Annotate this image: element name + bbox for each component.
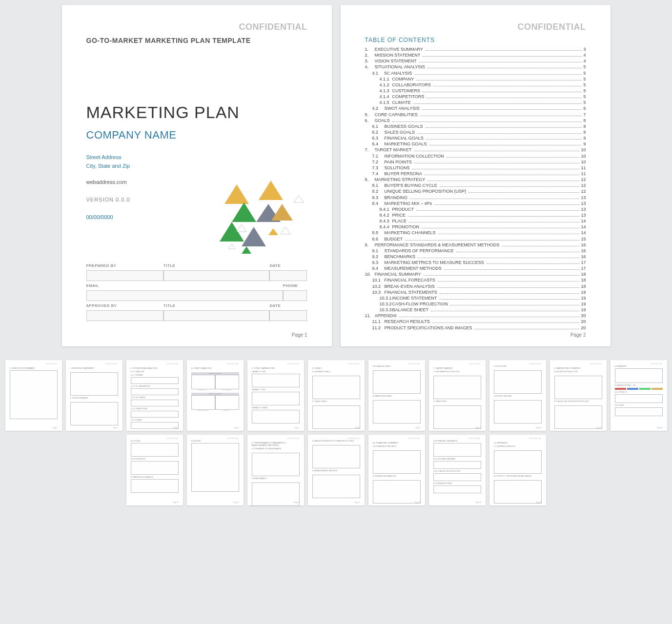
toc-page: 5 <box>583 82 586 88</box>
page-number: Page 2 <box>570 332 586 338</box>
thumbnail-page[interactable]: CONFIDENTIAL5. CORE CAPABILITIESCAPABILI… <box>247 360 304 431</box>
input-prepared-by[interactable] <box>86 270 164 281</box>
toc-entry: 4.1.1COMPANY5 <box>365 76 586 82</box>
toc-text: BUSINESS GOALS <box>385 123 423 129</box>
input-email[interactable] <box>86 290 283 301</box>
thumbnail-page[interactable]: CONFIDENTIAL4. SITUATIONAL ANALYSIS4.1 5… <box>126 360 183 431</box>
thumb-box <box>312 445 360 468</box>
toc-text: STANDARDS OF PERFORMANCE <box>385 248 454 254</box>
page-number: Page 9 <box>416 427 421 429</box>
input-title[interactable] <box>163 270 269 281</box>
toc-text: PLACE <box>392 218 407 224</box>
watermark-confidential: CONFIDENTIAL <box>226 363 239 365</box>
input-date-2[interactable] <box>269 310 307 321</box>
thumbnail-page[interactable]: CONFIDENTIAL8.6 BUDGETPage 15 <box>187 435 244 505</box>
input-phone[interactable] <box>283 290 307 301</box>
page-number: Page 8 <box>355 427 360 429</box>
thumb-subtitle: 8.4.4 PROMOTION <box>131 458 179 460</box>
toc-leader <box>427 98 582 98</box>
toc-leader <box>392 121 582 122</box>
thumbnail-page[interactable]: CONFIDENTIAL7.3 SOLUTIONS7.4 BUYER PERSO… <box>489 360 546 431</box>
label-prepared-by: PREPARED BY <box>86 262 164 269</box>
thumb-box <box>191 443 239 492</box>
toc-entry: 4.15C ANALYSIS5 <box>365 70 586 76</box>
thumbnail-page[interactable]: CONFIDENTIAL7. TARGET MARKET7.1 INFORMAT… <box>429 360 486 431</box>
toc-page: 13 <box>581 201 586 206</box>
toc-page: 17 <box>581 265 586 271</box>
toc-page: 4 <box>583 58 586 64</box>
thumbnail-page[interactable]: CONFIDENTIAL6. GOALS6.1 BUSINESS GOALS6.… <box>308 360 365 431</box>
thumbnail-page[interactable]: CONFIDENTIAL8.4.3 PLACE8.4.4 PROMOTION8.… <box>126 435 183 505</box>
watermark-confidential: CONFIDENTIAL <box>347 363 360 365</box>
toc-number: 2. <box>365 52 375 58</box>
input-date[interactable] <box>269 270 307 281</box>
thumb-box <box>252 374 300 387</box>
toc-entry: 10.3FINANCIAL STATEMENTS19 <box>365 289 586 295</box>
toc-page: 14 <box>581 218 586 224</box>
thumb-subtitle: 8.1 BUYER'S BUYING CYCLE <box>554 371 602 373</box>
toc-text: BUDGET <box>385 236 403 242</box>
toc-leader <box>450 305 579 305</box>
street-address: Street Address <box>86 153 307 162</box>
toc-number: 7.1 <box>365 153 385 159</box>
thumb-box <box>494 400 542 423</box>
toc-text: COMPETITORS <box>392 94 425 100</box>
thumb-box <box>373 480 421 503</box>
thumbnail-page[interactable]: CONFIDENTIAL1. EXECUTIVE SUMMARYPage 3 <box>5 360 62 431</box>
toc-text: BENCHMARKS <box>385 254 416 260</box>
thumbnail-page[interactable]: CONFIDENTIAL8. MARKETING STRATEGY8.1 BUY… <box>550 360 607 431</box>
input-approved-by[interactable] <box>86 310 164 321</box>
page-number: Page 5 <box>174 427 179 429</box>
thumbnail-page[interactable]: CONFIDENTIAL10. FINANCIAL SUMMARY10.1 FI… <box>368 435 425 505</box>
toc-text: SALES GOALS <box>385 129 415 135</box>
toc-page: 5 <box>583 100 586 105</box>
page-number: Page 6 <box>234 427 239 429</box>
toc-number: 9.1 <box>365 248 385 254</box>
svg-marker-1 <box>259 181 283 200</box>
toc-page: 16 <box>581 242 586 248</box>
toc-leader <box>399 317 579 317</box>
toc-page: 11 <box>581 165 586 171</box>
toc-page: 16 <box>581 248 586 254</box>
svg-marker-10 <box>281 227 290 234</box>
svg-marker-12 <box>228 244 235 249</box>
thumbnail-page[interactable]: CONFIDENTIAL9. PERFORMANCE STANDARDS & M… <box>247 435 304 505</box>
label-title-2: TITLE <box>163 302 269 309</box>
thumbnail-page[interactable]: CONFIDENTIAL4.2 SWOT ANALYSISINTERNAL FA… <box>187 360 244 431</box>
toc-page: 14 <box>581 230 586 236</box>
toc-text: RESEARCH RESULTS <box>385 319 430 324</box>
toc-entry: 4.1.4COMPETITORS5 <box>365 94 586 100</box>
watermark-confidential: CONFIDENTIAL <box>408 363 421 365</box>
thumb-box <box>70 372 118 396</box>
toc-leader <box>437 287 580 288</box>
thumbnail-page[interactable]: CONFIDENTIAL8.3 BRANDING8.4 MARKETING MI… <box>611 360 667 431</box>
toc-number: 8.4.2 <box>365 212 392 218</box>
thumbnail-page[interactable]: CONFIDENTIAL11. APPENDIX11.1 RESEARCH RE… <box>489 435 546 505</box>
label-phone: PHONE <box>283 282 307 289</box>
thumbnail-page[interactable]: CONFIDENTIAL9.3 MARKETING METRICS TO MEA… <box>308 435 365 505</box>
toc-text: MARKETING GOALS <box>385 141 427 147</box>
toc-page: 20 <box>581 319 586 324</box>
input-title-2[interactable] <box>163 310 269 321</box>
thumb-subtitle: 11.2 PRODUCT SPECIFICATIONS AND IMAGES <box>494 475 542 477</box>
thumbnail-page[interactable]: CONFIDENTIAL6.3 FINANCIAL GOALS6.4 MARKE… <box>368 360 425 431</box>
toc-text: BREAK-EVEN ANALYSIS <box>385 283 435 289</box>
toc-number: 1. <box>365 46 375 52</box>
thumb-box <box>433 473 481 481</box>
thumb-title: 1. EXECUTIVE SUMMARY <box>10 367 58 369</box>
toc-page: 20 <box>581 313 586 319</box>
thumbnail-page[interactable]: CONFIDENTIAL10.3 FINANCIAL STATEMENTS10.… <box>429 435 486 505</box>
toc-number: 10.3 <box>365 289 385 295</box>
toc-number: 9.3 <box>365 260 385 265</box>
toc-text: VISION STATEMENT <box>375 58 417 64</box>
thumb-subtitle: 6.4 MARKETING GOALS <box>373 395 421 397</box>
toc-page: 8 <box>583 118 586 123</box>
toc-entry: 8.4.3PLACE14 <box>365 218 586 224</box>
toc-entry: 9.1STANDARDS OF PERFORMANCE16 <box>365 248 586 254</box>
watermark-confidential: CONFIDENTIAL <box>468 363 481 365</box>
toc-text: CLIMATE <box>392 100 411 105</box>
toc-entry: 4.1.3CUSTOMERS5 <box>365 88 586 94</box>
thumbnail-page[interactable]: CONFIDENTIAL2. MISSION STATEMENT3. VISIO… <box>66 360 122 431</box>
toc-list: 1.EXECUTIVE SUMMARY32.MISSION STATEMENT4… <box>365 46 586 331</box>
toc-entry: 9.PERFORMANCE STANDARDS & MEASUREMENT ME… <box>365 242 586 248</box>
